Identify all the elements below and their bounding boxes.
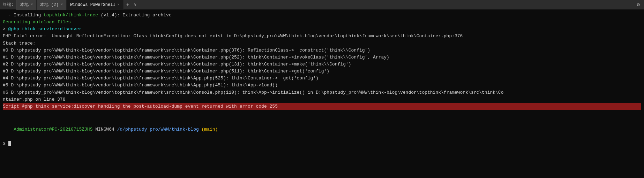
stack-line-4: #4 D:\phpstudy_pro\WWW\think-blog\vendor…: [3, 75, 641, 82]
stack-line-1: #1 D:\phpstudy_pro\WWW\think-blog\vendor…: [3, 54, 641, 61]
stack-line-2: #2 D:\phpstudy_pro\WWW\think-blog\vendor…: [3, 61, 641, 68]
line-dollar: $: [3, 140, 641, 147]
prompt-user: Administrator: [14, 127, 49, 132]
line-fatal-error: PHP Fatal error: Uncaught ReflectionExce…: [3, 33, 641, 40]
tab-local-label: 本地: [20, 2, 29, 8]
tab-powershell[interactable]: Windows PowerShell ×: [67, 0, 123, 10]
tab-local-close[interactable]: ×: [31, 3, 33, 7]
tab-local2-label: 本地 (2): [40, 2, 59, 8]
prompt-branch: (main): [202, 127, 218, 132]
stack-line-5: #5 D:\phpstudy_pro\WWW\think-blog\vendor…: [3, 82, 641, 89]
stack-line-ntainer: ntainer.php on line 378: [3, 96, 641, 103]
line-prompt: Administrator@PC-20210715ZJHS MINGW64 /d…: [3, 119, 641, 140]
prompt-dir: /d/phpstudy_pro/WWW/think-blog: [117, 127, 199, 132]
tab-powershell-label: Windows PowerShell: [70, 2, 115, 7]
line-autoload: Generating autoload files: [3, 19, 641, 26]
line-cmd: > @php think service:discover: [3, 26, 641, 33]
tab-local[interactable]: 本地 ×: [17, 0, 37, 10]
tab-dropdown-button[interactable]: ∨: [132, 0, 138, 10]
settings-button[interactable]: ⚙: [633, 0, 644, 10]
terminal-content: - Installing topthink/think-trace (v1.4)…: [0, 10, 644, 178]
line-stack-trace-header: Stack trace:: [3, 40, 641, 47]
tab-powershell-close[interactable]: ×: [118, 3, 120, 7]
tab-local2-close[interactable]: ×: [61, 3, 63, 7]
line-script-error: Script @php think service:discover handl…: [3, 103, 641, 110]
tab-add-button[interactable]: +: [123, 0, 132, 10]
tab-bar: 终端: 本地 × 本地 (2) × Windows PowerShell × +…: [0, 0, 644, 10]
cursor: [8, 141, 11, 146]
stack-line-3: #3 D:\phpstudy_pro\WWW\think-blog\vendor…: [3, 68, 641, 75]
tab-local2[interactable]: 本地 (2) ×: [37, 0, 67, 10]
stack-line-6: #6 D:\phpstudy_pro\WWW\think-blog\vendor…: [3, 89, 641, 96]
terminal-label: 终端:: [0, 0, 17, 10]
stack-line-0: #0 D:\phpstudy_pro\WWW\think-blog\vendor…: [3, 47, 641, 54]
line-blank: [3, 110, 641, 117]
line-installing: - Installing topthink/think-trace (v1.4)…: [3, 12, 641, 19]
